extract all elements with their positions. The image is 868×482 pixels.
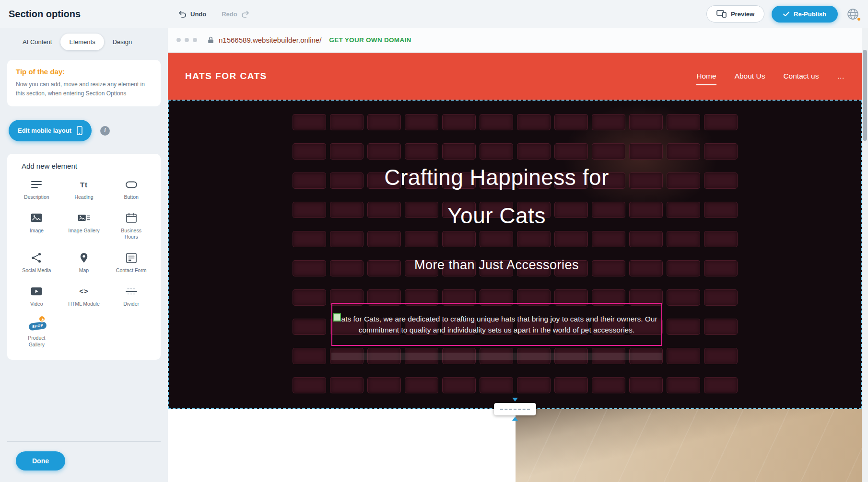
add-element-description[interactable]: Description (13, 179, 60, 201)
redo-button[interactable]: Redo (222, 11, 249, 18)
hero-tile (480, 143, 513, 160)
shop-upgrade-badge (38, 315, 46, 322)
browser-chrome: n1566589.websitebuilder.online/ GET YOUR… (168, 28, 868, 53)
tab-design[interactable]: Design (104, 34, 141, 50)
arrow-up-icon (512, 417, 518, 421)
hero-tile (667, 319, 700, 335)
add-element-image[interactable]: Image (13, 212, 60, 241)
html-module-icon: <> (79, 286, 89, 297)
get-domain-link[interactable]: GET YOUR OWN DOMAIN (329, 36, 411, 44)
site-url[interactable]: n1566589.websitebuilder.online/ (219, 36, 321, 44)
hero-tile (517, 377, 551, 393)
hero-tile (704, 260, 738, 276)
element-placeholder-bar (331, 353, 662, 360)
element-label: Map (79, 267, 89, 274)
next-section-left (168, 409, 516, 482)
hero-tile (592, 260, 625, 276)
add-element-map[interactable]: Map (60, 252, 108, 274)
hero-tile (480, 377, 513, 393)
site-logo[interactable]: HATS FOR CATS (185, 71, 267, 81)
add-element-heading[interactable]: Tt Heading (60, 179, 108, 201)
element-label: Divider (123, 301, 139, 308)
floor-photo (516, 409, 862, 482)
nav-more-icon[interactable]: … (837, 69, 845, 83)
section-options-sidebar: AI Content Elements Design Tip of the da… (0, 28, 168, 482)
element-label: Heading (74, 194, 93, 201)
add-element-social-media[interactable]: Social Media (13, 252, 60, 274)
scrollbar-thumb[interactable] (863, 50, 867, 141)
hero-tile (704, 143, 738, 160)
image-gallery-icon (78, 212, 90, 224)
hero-tile (704, 377, 738, 393)
canvas-scrollbar[interactable] (862, 28, 868, 482)
mobile-layout-row: Edit mobile layout i (7, 120, 161, 141)
tip-of-the-day-card: Tip of the day: Now you can add, move an… (7, 60, 161, 106)
nav-item-contact[interactable]: Contact us (783, 69, 819, 83)
element-label: Button (124, 194, 138, 201)
hero-tile (592, 114, 625, 130)
language-globe-button[interactable] (845, 6, 860, 22)
hero-tile (629, 260, 663, 276)
hero-tile (367, 143, 401, 160)
hero-tile (330, 114, 364, 130)
add-element-video[interactable]: Video (13, 286, 60, 308)
hero-tile-grid (293, 114, 738, 393)
hero-tile (293, 289, 326, 306)
hero-paragraph[interactable]: Hats for Cats, we are dedicated to craft… (332, 313, 661, 336)
undo-button[interactable]: Undo (178, 11, 206, 18)
tip-body: Now you can add, move and resize any ele… (16, 80, 152, 98)
add-element-business-hours[interactable]: Business Hours (107, 212, 155, 241)
edit-mobile-label: Edit mobile layout (18, 127, 71, 134)
hero-tile (704, 319, 738, 335)
hero-tile (293, 114, 326, 130)
hero-tile (330, 143, 364, 160)
preview-button[interactable]: Preview (706, 5, 764, 23)
selected-hero-section[interactable]: Crafting Happiness for Your Cats More th… (168, 100, 862, 409)
green-resize-handle[interactable] (333, 313, 341, 321)
element-label: Image Gallery (68, 228, 99, 234)
hero-subheading[interactable]: More than Just Accessories (414, 258, 579, 273)
element-label: Video (30, 301, 43, 308)
hero-tile (667, 260, 700, 276)
hero-tile (442, 143, 476, 160)
tab-elements[interactable]: Elements (60, 34, 104, 50)
add-element-contact-form[interactable]: Contact Form (107, 252, 155, 274)
done-button[interactable]: Done (16, 451, 65, 471)
element-label: Business Hours (114, 228, 149, 241)
window-control-dots (176, 38, 197, 42)
selected-text-element[interactable]: Hats for Cats, we are dedicated to craft… (331, 303, 662, 346)
add-element-product-gallery[interactable]: SHOP Product Gallery (13, 319, 60, 348)
hero-tile (405, 377, 438, 393)
add-element-title: Add new element (22, 162, 155, 170)
tab-ai-content[interactable]: AI Content (14, 34, 60, 50)
hero-tile (517, 114, 551, 130)
element-grid: Description Tt Heading Button Image Imag… (13, 179, 155, 348)
page-title: Section options (9, 9, 81, 20)
shop-label: SHOP (28, 321, 47, 331)
element-label: Image (30, 228, 44, 234)
contact-form-icon (126, 252, 137, 264)
add-new-element-card: Add new element Description Tt Heading B… (7, 154, 161, 359)
hero-tile (442, 114, 476, 130)
topbar: Section options Undo Redo Preview Re-Pub… (0, 0, 868, 28)
section-resize-handle[interactable] (494, 403, 536, 415)
add-element-divider[interactable]: Divider (107, 286, 155, 308)
add-element-html-module[interactable]: <> HTML Module (60, 286, 108, 308)
add-element-image-gallery[interactable]: Image Gallery (60, 212, 108, 241)
site-header: HATS FOR CATS Home About Us Contact us … (168, 53, 862, 100)
republish-button[interactable]: Re-Publish (772, 6, 838, 23)
element-label: Social Media (22, 267, 51, 274)
edit-mobile-layout-button[interactable]: Edit mobile layout (9, 120, 92, 141)
hero-tile (704, 348, 738, 364)
info-icon[interactable]: i (100, 126, 110, 136)
hero-tile (629, 377, 663, 393)
element-label: Contact Form (116, 267, 147, 274)
republish-label: Re-Publish (794, 11, 826, 18)
hero-tile (367, 114, 401, 130)
hero-heading[interactable]: Crafting Happiness for Your Cats (233, 158, 761, 235)
hero-tile (592, 377, 625, 393)
hero-tile (405, 114, 438, 130)
hero-tile (330, 260, 364, 276)
add-element-button[interactable]: Button (107, 179, 155, 201)
hero-tile (367, 260, 401, 276)
